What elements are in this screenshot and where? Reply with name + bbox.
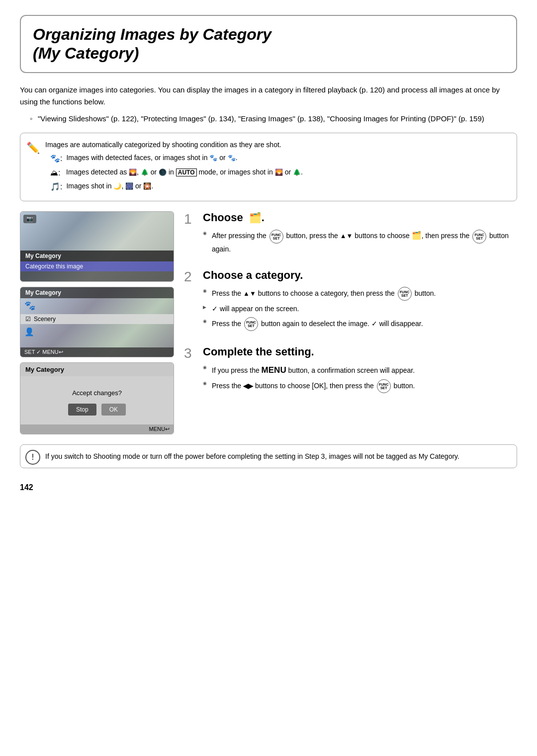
panel-3-title: My Category [20, 363, 174, 376]
panel-3-content: Accept changes? Stop OK [20, 384, 174, 424]
up-down-arrows-1: ▲▼ [340, 231, 353, 242]
left-right-arrows: ◀▶ [243, 381, 253, 392]
func-set-btn-2: FUNCSET [472, 230, 486, 244]
face-icon: 🐾: [50, 152, 62, 165]
note-box: ✏️ Images are automatically categorized … [20, 133, 517, 201]
step-1-number: 1 [184, 212, 198, 226]
panel-1-menu-item: Categorize this image [20, 261, 174, 271]
menu-label: MENU [262, 365, 286, 375]
panel-2-other-icons: 👤 [20, 325, 174, 338]
step-3-title: Complete the setting. [203, 345, 517, 358]
ok-button[interactable]: OK [101, 404, 126, 416]
night-icon: 🎵: [50, 180, 62, 193]
step-2-content: Choose a category. Press the ▲▼ buttons … [203, 269, 517, 334]
left-panels: 📷 My Category Categorize this image My C… [20, 211, 174, 434]
step-2-bullets: Press the ▲▼ buttons to choose a categor… [203, 287, 517, 331]
stop-button[interactable]: Stop [68, 404, 96, 416]
checkmark-icon: ☑ [25, 316, 31, 323]
func-set-btn-5: FUNCSET [377, 379, 391, 393]
step-2: 2 Choose a category. Press the ▲▼ button… [184, 269, 517, 334]
step-2-bullet-1: Press the ▲▼ buttons to choose a categor… [203, 287, 517, 301]
intro-bullet-1: "Viewing Slideshows" (p. 122), "Protecti… [30, 113, 517, 125]
step-1-bullet-1: After pressing the FUNCSET button, press… [203, 229, 517, 254]
panel-2-screen: My Category 🐾 ☑ Scenery 👤 SET ✓ MENU↩ [20, 287, 174, 357]
page-number: 142 [20, 483, 517, 492]
panel-3: My Category Accept changes? Stop OK MENU… [20, 362, 174, 434]
panel-2-bottom-bar: SET ✓ MENU↩ [20, 347, 174, 357]
warning-box: ! If you switch to Shooting mode or turn… [20, 444, 517, 468]
intro-bullets: "Viewing Slideshows" (p. 122), "Protecti… [30, 113, 517, 125]
panel-2-icon-face: 🐾 [24, 300, 35, 311]
func-set-btn-3: FUNCSET [398, 287, 412, 301]
panel-3-buttons: Stop OK [25, 404, 169, 416]
panel-1: 📷 My Category Categorize this image [20, 211, 174, 282]
step-3: 3 Complete the setting. If you press the… [184, 345, 517, 396]
landscape-icon: ⛰: [50, 167, 62, 179]
pencil-icon: ✏️ [26, 139, 40, 157]
panel-1-screen: 📷 My Category Categorize this image [20, 212, 174, 281]
panel-2-category-scenery: ☑ Scenery [20, 314, 174, 324]
panel-1-camera-icon: 📷 [23, 215, 36, 223]
func-set-btn-4: FUNCSET [244, 317, 258, 331]
panel-2-icons: 🐾 [20, 298, 174, 313]
note-main-text: Images are automatically categorized by … [45, 139, 509, 150]
panel-1-menu-item2 [20, 271, 174, 281]
step-1: 1 Choose 🗂️. After pressing the FUNCSET … [184, 211, 517, 257]
step-3-bullets: If you press the MENU button, a confirma… [203, 363, 517, 393]
panel-2-title: My Category [20, 287, 174, 298]
step-3-content: Complete the setting. If you press the M… [203, 345, 517, 396]
intro-paragraph: You can organize images into categories.… [20, 84, 517, 108]
panel-3-menu-bar: MENU↩ [20, 424, 174, 434]
title-box: Organizing Images by Category (My Catego… [20, 15, 517, 73]
note-item-3: 🎵: Images shot in 🌙, 🎆 or 🎇. [50, 180, 509, 193]
main-content: 📷 My Category Categorize this image My C… [20, 211, 517, 434]
panel-3-question: Accept changes? [25, 389, 169, 397]
note-item-1: 🐾: Images with detected faces, or images… [50, 152, 509, 165]
step-1-content: Choose 🗂️. After pressing the FUNCSET bu… [203, 211, 517, 257]
panel-1-menu-title: My Category [20, 251, 174, 261]
panel-2-overlay: My Category 🐾 ☑ Scenery 👤 SET ✓ MENU↩ [20, 287, 174, 357]
note-item-2: ⛰: Images detected as 🌄, 🌲 or 🌑 in AUTO … [50, 167, 509, 179]
up-down-arrows-2: ▲▼ [243, 289, 256, 299]
step-3-number: 3 [184, 346, 198, 360]
step-3-bullet-2: Press the ◀▶ buttons to choose [OK], the… [203, 379, 517, 393]
step-2-number: 2 [184, 270, 198, 284]
step-1-bullets: After pressing the FUNCSET button, press… [203, 229, 517, 254]
panel-2-icon2: 👤 [24, 327, 34, 336]
step-3-bullet-1: If you press the MENU button, a confirma… [203, 363, 517, 377]
my-category-icon: 🗂️ [249, 212, 262, 223]
step-2-bullet-2: ✓ will appear on the screen. [203, 303, 517, 314]
right-steps: 1 Choose 🗂️. After pressing the FUNCSET … [184, 211, 517, 434]
func-set-btn-1: FUNCSET [269, 230, 283, 244]
warning-icon: ! [25, 450, 40, 465]
step-1-title: Choose 🗂️. [203, 211, 517, 224]
warning-text: If you switch to Shooting mode or turn o… [45, 452, 459, 460]
category-icon-inline: 🗂️ [412, 231, 422, 240]
step-2-title: Choose a category. [203, 269, 517, 282]
panel-2: My Category 🐾 ☑ Scenery 👤 SET ✓ MENU↩ [20, 287, 174, 357]
step-2-bullet-3: Press the FUNCSET button again to desele… [203, 317, 517, 331]
page-title: Organizing Images by Category (My Catego… [33, 25, 504, 63]
